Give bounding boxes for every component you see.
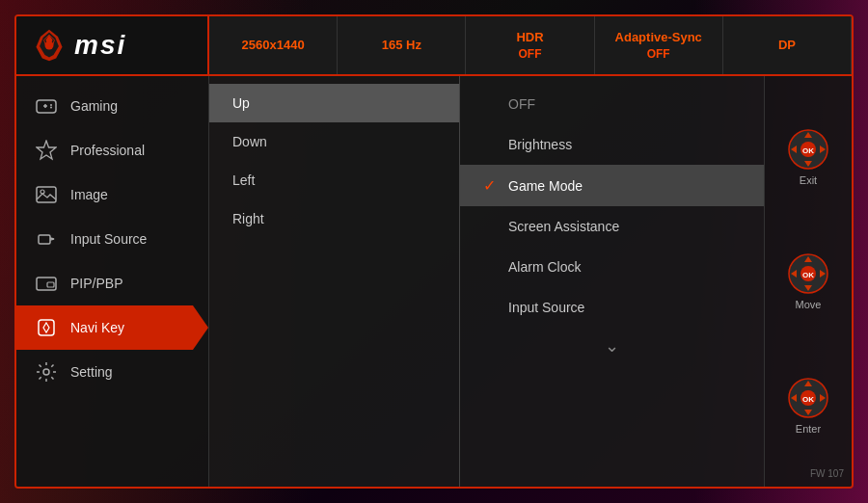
exit-wheel: OK [787,128,829,171]
sidebar-setting-label: Setting [70,364,113,380]
option-item-off[interactable]: OFF [460,84,764,124]
check-alarm-clock [483,258,499,276]
menu-right-label: Right [232,211,264,226]
option-item-screen-assistance[interactable]: Screen Assistance [460,206,764,247]
scroll-indicator: ⌄ [460,328,764,364]
chevron-down-icon: ⌄ [605,335,619,357]
sidebar-gaming-label: Gaming [70,98,118,114]
move-button[interactable]: OK Move [787,252,829,310]
navi-key-icon [36,317,57,338]
option-game-mode-label: Game Mode [508,178,741,194]
professional-icon [36,140,57,161]
svg-text:OK: OK [802,146,814,155]
enter-wheel: OK [787,377,829,419]
right-panel: OFF Brightness ✓ Game Mode Screen Assist… [460,76,765,487]
controls-panel: OK Exit OK Move [765,76,852,487]
refresh-rate-value: 165 Hz [382,37,421,54]
svg-rect-12 [39,235,50,244]
resolution-stat: 2560x1440 [209,16,338,74]
msi-dragon-icon [32,28,67,63]
hdr-label: HDR [516,29,543,46]
hdr-stat: HDR OFF [466,16,594,74]
svg-marker-9 [37,141,56,159]
pip-pbp-icon [36,273,57,294]
input-stat: DP [723,16,852,74]
sidebar-item-input-source[interactable]: Input Source [16,217,208,261]
enter-button[interactable]: OK Enter [787,377,829,435]
input-value: DP [778,37,796,54]
sidebar-pip-pbp-label: PIP/PBP [70,276,122,291]
adaptive-sync-stat: Adaptive-Sync OFF [595,16,723,74]
main-container: msi 2560x1440 165 Hz HDR OFF Adaptive-Sy… [14,14,854,489]
option-off-label: OFF [508,96,741,112]
svg-point-8 [50,107,52,109]
sidebar-item-image[interactable]: Image [16,172,208,217]
exit-label: Exit [800,174,817,186]
option-item-input-source[interactable]: Input Source [460,287,764,328]
msi-brand-text: msi [74,30,126,61]
sidebar-image-label: Image [70,187,108,202]
input-source-icon [36,228,57,250]
svg-point-17 [43,369,49,375]
sidebar-item-professional[interactable]: Professional [16,128,208,172]
logo-area: msi [16,16,209,74]
check-off [483,95,499,113]
move-wheel: OK [787,252,829,295]
sidebar-input-source-label: Input Source [70,231,147,247]
enter-label: Enter [796,423,821,435]
option-input-source-label: Input Source [508,300,741,315]
svg-text:OK: OK [802,271,814,279]
image-icon [36,184,57,205]
check-input-source [483,299,499,316]
svg-rect-13 [37,278,56,290]
resolution-value: 2560x1440 [242,37,305,54]
svg-rect-10 [37,187,56,202]
check-game-mode: ✓ [483,176,499,195]
middle-panel: Up Down Left Right [209,76,460,487]
option-brightness-label: Brightness [508,137,741,152]
menu-down-label: Down [232,134,267,149]
option-alarm-clock-label: Alarm Clock [508,259,741,275]
sidebar-item-gaming[interactable]: Gaming [16,84,208,128]
adaptive-sync-label: Adaptive-Sync [615,29,702,46]
move-label: Move [796,299,822,310]
option-item-brightness[interactable]: Brightness [460,124,764,165]
sidebar-item-navi-key[interactable]: Navi Key [16,305,208,350]
header: msi 2560x1440 165 Hz HDR OFF Adaptive-Sy… [16,16,852,76]
sidebar-item-setting[interactable]: Setting [16,350,208,394]
menu-up-label: Up [232,95,250,111]
menu-item-right[interactable]: Right [209,199,459,238]
sidebar: Gaming Professional Im [16,76,209,487]
svg-point-7 [50,104,52,106]
adaptive-sync-value: OFF [647,46,670,63]
check-screen-assistance [483,218,499,235]
svg-rect-14 [47,282,54,287]
menu-item-down[interactable]: Down [209,122,459,161]
svg-text:OK: OK [802,395,814,404]
sidebar-navi-key-label: Navi Key [70,320,124,335]
hdr-value: OFF [519,46,542,63]
gaming-icon [36,95,57,117]
content-area: Gaming Professional Im [16,76,852,487]
firmware-label: FW 107 [810,468,844,479]
menu-item-left[interactable]: Left [209,161,459,199]
menu-left-label: Left [232,172,255,188]
exit-button[interactable]: OK Exit [787,128,829,186]
refresh-rate-stat: 165 Hz [338,16,466,74]
setting-icon [36,361,57,383]
option-screen-assistance-label: Screen Assistance [508,219,741,234]
header-stats: 2560x1440 165 Hz HDR OFF Adaptive-Sync O… [209,16,852,74]
menu-item-up[interactable]: Up [209,84,459,122]
sidebar-professional-label: Professional [70,143,145,158]
check-brightness [483,136,499,153]
svg-marker-16 [43,323,49,332]
option-item-alarm-clock[interactable]: Alarm Clock [460,247,764,287]
msi-logo: msi [32,28,126,63]
sidebar-item-pip-pbp[interactable]: PIP/PBP [16,261,208,305]
option-item-game-mode[interactable]: ✓ Game Mode [460,165,764,206]
